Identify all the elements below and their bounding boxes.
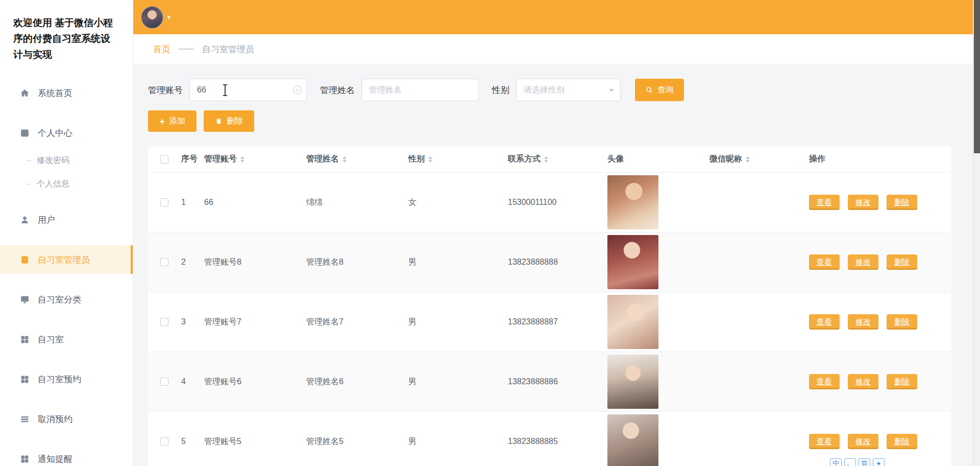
cell-name: 管理姓名5 bbox=[301, 436, 403, 447]
table-header-row: 序号 管理账号 管理姓名 性别 联系方式 头像 微信昵称 操作 bbox=[148, 146, 951, 173]
sidebar-item-users[interactable]: 用户 bbox=[0, 205, 133, 234]
delete-button[interactable]: 删除 bbox=[204, 110, 254, 132]
cell-name: 绵绵 bbox=[301, 197, 403, 208]
toolbar: + 添加 删除 bbox=[148, 110, 951, 132]
edit-button[interactable]: 修改 bbox=[848, 314, 878, 330]
cell-phone: 13823888887 bbox=[503, 317, 602, 327]
view-button[interactable]: 查看 bbox=[809, 434, 840, 449]
account-label: 管理账号 bbox=[148, 84, 183, 96]
sidebar-item-label: 用户 bbox=[38, 214, 55, 226]
avatar[interactable] bbox=[141, 6, 163, 29]
cell-index: 2 bbox=[176, 258, 199, 267]
main-area: ▾ 首页 自习室管理员 管理账号 × 管理姓名 bbox=[133, 0, 980, 466]
breadcrumb-current: 自习室管理员 bbox=[202, 43, 254, 55]
sidebar-item-study-room-category[interactable]: 自习室分类 bbox=[0, 285, 133, 314]
sidebar-subitem-personal-info[interactable]: 个人信息 bbox=[0, 174, 133, 194]
row-checkbox[interactable] bbox=[160, 378, 168, 386]
col-index: 序号 bbox=[176, 154, 199, 165]
cell-phone: 13823888886 bbox=[503, 377, 602, 386]
sidebar-item-study-room[interactable]: 自习室 bbox=[0, 325, 133, 354]
avatar-photo bbox=[607, 295, 658, 349]
sidebar-item-home[interactable]: 系统首页 bbox=[0, 79, 133, 107]
sidebar-item-label: 自习室 bbox=[38, 334, 64, 345]
filter-row: 管理账号 × 管理姓名 性别 请选择性别 bbox=[148, 79, 951, 101]
table-row: 2 管理账号8 管理姓名8 男 13823888888 查看 修改 删除 bbox=[148, 232, 951, 292]
col-operations: 操作 bbox=[804, 154, 951, 165]
cell-index: 3 bbox=[176, 317, 199, 327]
row-checkbox[interactable] bbox=[160, 437, 168, 446]
cell-account: 管理账号5 bbox=[199, 436, 301, 447]
delete-row-button[interactable]: 删除 bbox=[887, 254, 917, 270]
chevron-down-icon[interactable]: ▾ bbox=[167, 13, 171, 21]
cell-gender: 男 bbox=[403, 436, 503, 447]
sidebar-item-label: 通知提醒 bbox=[38, 453, 72, 465]
cell-index: 5 bbox=[176, 437, 199, 446]
grid-icon bbox=[19, 454, 30, 464]
edit-button[interactable]: 修改 bbox=[848, 254, 878, 270]
topbar: ▾ bbox=[133, 0, 980, 34]
cell-phone: 15300011100 bbox=[503, 198, 602, 207]
sidebar-item-notifications[interactable]: 通知提醒 bbox=[0, 445, 133, 466]
account-input[interactable] bbox=[189, 79, 307, 101]
delete-button-label: 删除 bbox=[227, 116, 243, 127]
row-checkbox[interactable] bbox=[160, 318, 168, 326]
delete-row-button[interactable]: 删除 bbox=[887, 374, 917, 389]
ime-punctuation-button[interactable]: 。 bbox=[844, 458, 856, 466]
row-checkbox[interactable] bbox=[160, 198, 168, 206]
scrollbar-thumb[interactable] bbox=[974, 0, 980, 153]
clear-input-icon[interactable]: × bbox=[293, 86, 302, 95]
edit-button[interactable]: 修改 bbox=[848, 195, 878, 210]
sort-icon[interactable] bbox=[428, 156, 432, 162]
ime-simplified-button[interactable]: 简 bbox=[859, 458, 870, 466]
cell-gender: 男 bbox=[403, 377, 503, 387]
view-button[interactable]: 查看 bbox=[809, 195, 840, 210]
row-checkbox[interactable] bbox=[160, 258, 168, 266]
sort-icon[interactable] bbox=[544, 156, 548, 162]
monitor-icon bbox=[19, 294, 30, 305]
plus-icon: + bbox=[159, 116, 165, 126]
cell-phone: 13823888885 bbox=[503, 437, 602, 446]
sidebar-item-label: 自习室分类 bbox=[38, 294, 81, 306]
view-button[interactable]: 查看 bbox=[809, 254, 840, 270]
app-window: 欢迎使用 基于微信小程序的付费自习室系统设计与实现 系统首页 个人中心 修改密码… bbox=[0, 0, 980, 466]
delete-row-button[interactable]: 删除 bbox=[887, 434, 917, 449]
sort-icon[interactable] bbox=[342, 156, 347, 162]
col-account: 管理账号 bbox=[199, 154, 301, 165]
edit-button[interactable]: 修改 bbox=[848, 374, 878, 389]
ime-toolbar: 中 。 简 ✦ bbox=[830, 458, 885, 466]
sidebar-item-personal-center[interactable]: 个人中心 bbox=[0, 119, 133, 147]
sidebar-item-cancel-booking[interactable]: 取消预约 bbox=[0, 405, 133, 433]
cell-index: 4 bbox=[176, 377, 199, 386]
breadcrumb-separator bbox=[179, 49, 194, 50]
avatar-photo bbox=[607, 235, 658, 289]
cell-name: 管理姓名8 bbox=[301, 257, 403, 268]
table-row: 1 66 绵绵 女 15300011100 查看 修改 删除 bbox=[148, 173, 951, 232]
sidebar-item-study-room-admin[interactable]: 自习室管理员 bbox=[0, 245, 133, 274]
add-button[interactable]: + 添加 bbox=[148, 110, 197, 132]
ime-logo-icon[interactable]: ✦ bbox=[873, 458, 885, 466]
delete-row-button[interactable]: 删除 bbox=[887, 195, 917, 210]
edit-button[interactable]: 修改 bbox=[848, 434, 878, 449]
name-label: 管理姓名 bbox=[320, 84, 355, 96]
sidebar-item-study-room-booking[interactable]: 自习室预约 bbox=[0, 365, 133, 393]
view-button[interactable]: 查看 bbox=[809, 314, 840, 330]
ime-language-button[interactable]: 中 bbox=[830, 458, 842, 466]
grid-icon bbox=[19, 374, 30, 385]
name-input[interactable] bbox=[361, 79, 479, 101]
table-row: 3 管理账号7 管理姓名7 男 13823888887 查看 修改 删除 bbox=[148, 292, 951, 352]
sort-icon[interactable] bbox=[746, 156, 750, 162]
select-all-checkbox[interactable] bbox=[160, 155, 168, 164]
breadcrumb-home-link[interactable]: 首页 bbox=[153, 43, 170, 55]
tree-dash-icon bbox=[27, 160, 31, 161]
view-button[interactable]: 查看 bbox=[809, 374, 840, 389]
search-button[interactable]: 查询 bbox=[635, 79, 684, 101]
sidebar-subitem-change-password[interactable]: 修改密码 bbox=[0, 150, 133, 171]
scrollbar-track[interactable] bbox=[973, 0, 980, 466]
filter-gender-group: 性别 请选择性别 bbox=[492, 79, 621, 101]
sort-icon[interactable] bbox=[240, 156, 244, 162]
sidebar-subitem-label: 个人信息 bbox=[37, 179, 69, 190]
sidebar-menu: 系统首页 个人中心 修改密码 个人信息 用户 自习室管理员 bbox=[0, 79, 133, 466]
chevron-down-icon bbox=[609, 89, 614, 92]
gender-select[interactable]: 请选择性别 bbox=[516, 79, 621, 101]
delete-row-button[interactable]: 删除 bbox=[887, 314, 917, 330]
